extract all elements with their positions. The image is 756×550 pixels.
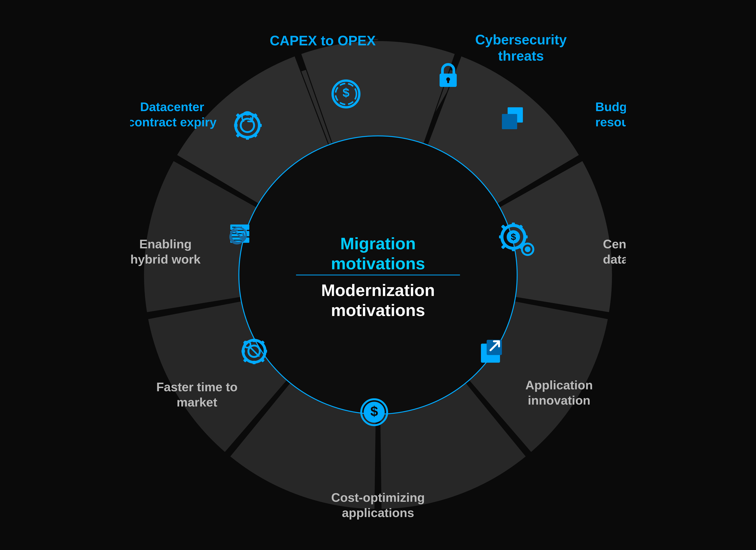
svg-text:$: $ [511,232,516,242]
wheel-svg: Migration motivations Modernization moti… [130,27,626,523]
label-cost-line1: Cost-optimizing [331,491,425,504]
migration-text-line2: motivations [331,254,425,273]
label-hybrid-line2: hybrid work [130,252,201,266]
label-application-line1: Application [525,378,593,392]
label-faster-line1: Faster time to [156,380,238,394]
svg-rect-7 [502,114,517,129]
svg-rect-50 [246,136,249,140]
label-budget-line2: resource constraints [595,115,626,129]
svg-text:$: $ [370,404,378,419]
modernization-text-line2: motivations [331,301,425,320]
label-centralizing-line1: Centralizing [603,237,626,251]
svg-rect-30 [253,361,256,364]
label-datacenter-line2: contract expiry [130,115,217,129]
label-capex: CAPEX to OPEX [270,33,376,48]
label-cost-line2: applications [342,506,414,520]
migration-text-line1: Migration [340,234,416,253]
modernization-text-line1: Modernization [321,281,435,300]
label-faster-line2: market [177,395,217,409]
label-centralizing-line2: data [603,252,626,266]
svg-rect-14 [524,235,528,238]
svg-rect-11 [512,223,515,226]
svg-rect-31 [242,350,245,353]
label-cyber-line2: threats [498,48,544,63]
svg-text:$: $ [343,86,349,99]
svg-rect-32 [264,350,267,353]
label-application-line2: innovation [528,393,591,407]
label-budget-line1: Budget and [595,100,626,114]
svg-rect-29 [253,339,256,342]
svg-rect-13 [499,235,503,238]
svg-rect-52 [258,124,262,127]
label-cyber-line1: Cybersecurity [475,32,567,47]
svg-rect-51 [234,124,238,127]
svg-point-20 [525,246,530,252]
svg-rect-5 [447,80,449,83]
diagram-container: Migration motivations Modernization moti… [130,27,626,523]
label-datacenter-line1: Datacenter [140,100,204,114]
hybrid-icon [230,224,249,244]
svg-rect-12 [512,247,515,251]
cost-icon: $ [361,399,387,425]
label-hybrid-line1: Enabling [139,237,192,251]
